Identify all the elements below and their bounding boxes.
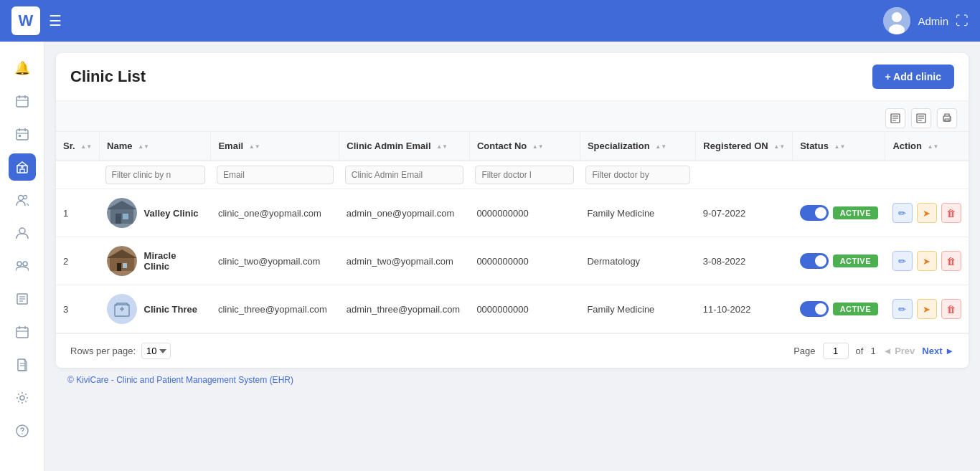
col-contact-no[interactable]: Contact No ▲▼ <box>469 132 580 161</box>
clinic-list-card: Clinic List + Add clinic Sr. ▲▼ Name ▲▼ <box>56 53 969 368</box>
col-sr[interactable]: Sr. ▲▼ <box>56 132 100 161</box>
col-action[interactable]: Action ▲▼ <box>885 132 969 161</box>
table-row: 2 Miracle Clinic clinic_two@yopmail.com … <box>56 237 969 285</box>
sidebar-item-notification[interactable]: 🔔 <box>9 54 36 82</box>
admin-name-label: Admin <box>918 15 948 27</box>
status-toggle-3[interactable] <box>800 301 829 317</box>
cell-contact-3: 0000000000 <box>469 285 580 333</box>
svg-point-18 <box>17 262 22 266</box>
topbar-logo: W <box>11 6 40 35</box>
footer: © KiviCare - Clinic and Patient Manageme… <box>56 368 969 385</box>
cell-action-1: ✏ ➤ 🗑 <box>885 189 969 237</box>
clinic-image-3 <box>107 294 137 324</box>
table-row: 3 Clinic Three clinic_three@yopmail.com … <box>56 285 969 333</box>
cell-registered-2: 3-08-2022 <box>696 237 793 285</box>
clinic-image-2 <box>107 246 137 276</box>
svg-rect-7 <box>17 130 28 140</box>
rows-per-page-select[interactable]: 10 25 50 <box>141 343 171 359</box>
clinic-table: Sr. ▲▼ Name ▲▼ Email ▲▼ Clinic Admin Ema… <box>56 132 969 333</box>
svg-point-33 <box>22 433 23 434</box>
col-name[interactable]: Name ▲▼ <box>100 132 211 161</box>
filter-row <box>56 161 969 189</box>
edit-button-2[interactable]: ✏ <box>892 251 913 271</box>
filter-sr <box>56 161 100 189</box>
sidebar-item-clinic[interactable] <box>9 153 36 181</box>
filter-name-cell <box>100 161 211 189</box>
edit-button-1[interactable]: ✏ <box>892 203 913 223</box>
sidebar-item-calendar2[interactable] <box>9 120 36 148</box>
menu-toggle-icon[interactable]: ☰ <box>49 12 62 29</box>
col-specialization[interactable]: Specialization ▲▼ <box>580 132 695 161</box>
add-clinic-button[interactable]: + Add clinic <box>872 65 954 89</box>
page-label: Page <box>793 346 815 356</box>
cell-action-2: ✏ ➤ 🗑 <box>885 237 969 285</box>
svg-point-19 <box>23 262 27 266</box>
share-button-1[interactable]: ➤ <box>917 203 937 223</box>
cell-name-2: Miracle Clinic <box>100 237 211 285</box>
sidebar-item-calendar3[interactable] <box>9 318 36 346</box>
svg-rect-11 <box>19 135 21 137</box>
export-csv-icon[interactable] <box>885 108 905 128</box>
svg-rect-3 <box>17 97 28 107</box>
svg-rect-51 <box>110 257 134 271</box>
col-status[interactable]: Status ▲▼ <box>793 132 885 161</box>
filter-clinic-admin-email-input[interactable] <box>345 166 464 184</box>
delete-button-2[interactable]: 🗑 <box>941 251 961 271</box>
filter-specialization-input[interactable] <box>585 166 689 184</box>
rows-per-page-label: Rows per page: <box>70 346 136 356</box>
cell-specialization-1: Family Medicine <box>580 189 695 237</box>
clinic-name-1: Valley Clinic <box>144 208 199 219</box>
cell-contact-1: 0000000000 <box>469 189 580 237</box>
filter-email-cell <box>211 161 339 189</box>
svg-rect-24 <box>17 328 28 338</box>
cell-admin-email-3: admin_three@yopmail.com <box>339 285 470 333</box>
page-number-input[interactable] <box>823 343 849 359</box>
next-button[interactable]: Next ► <box>922 346 954 356</box>
edit-button-3[interactable]: ✏ <box>892 299 913 319</box>
cell-email-2: clinic_two@yopmail.com <box>211 237 339 285</box>
sidebar-item-users[interactable] <box>9 186 36 214</box>
export-xls-icon[interactable] <box>911 108 931 128</box>
sidebar: 🔔 <box>0 0 44 471</box>
filter-contact-input[interactable] <box>475 166 574 184</box>
filter-name-input[interactable] <box>105 166 205 184</box>
avatar-image <box>883 7 910 34</box>
delete-button-3[interactable]: 🗑 <box>941 299 961 319</box>
delete-button-1[interactable]: 🗑 <box>941 203 961 223</box>
cell-sr-1: 1 <box>56 189 100 237</box>
filter-action-cell <box>885 161 969 189</box>
share-button-3[interactable]: ➤ <box>917 299 937 319</box>
status-toggle-1[interactable] <box>800 205 829 221</box>
sidebar-item-document[interactable] <box>9 351 36 379</box>
cell-email-1: clinic_one@yopmail.com <box>211 189 339 237</box>
share-button-2[interactable]: ➤ <box>917 251 937 271</box>
svg-rect-28 <box>18 359 25 371</box>
prev-button[interactable]: ◄ ◄ PrevPrev <box>883 346 915 356</box>
filter-specialization-cell <box>580 161 695 189</box>
svg-rect-43 <box>945 119 949 121</box>
footer-text: © KiviCare - Clinic and Patient Manageme… <box>67 375 293 385</box>
topbar-left: W ☰ <box>11 6 62 35</box>
col-registered-on[interactable]: Registered ON ▲▼ <box>696 132 793 161</box>
clinic-name-2: Miracle Clinic <box>144 250 204 272</box>
sidebar-item-user[interactable] <box>9 219 36 247</box>
total-pages: 1 <box>870 346 875 356</box>
sidebar-item-settings[interactable] <box>9 384 36 411</box>
print-icon[interactable] <box>937 108 957 128</box>
cell-specialization-2: Dermatology <box>580 237 695 285</box>
sidebar-item-list[interactable] <box>9 285 36 313</box>
sidebar-item-calendar[interactable] <box>9 87 36 115</box>
status-toggle-2[interactable] <box>800 253 829 269</box>
sidebar-item-help[interactable] <box>9 417 36 444</box>
filter-email-input[interactable] <box>217 166 334 184</box>
cell-sr-3: 3 <box>56 285 100 333</box>
svg-rect-47 <box>116 214 121 224</box>
col-email[interactable]: Email ▲▼ <box>211 132 339 161</box>
cell-sr-2: 2 <box>56 237 100 285</box>
expand-icon[interactable]: ⛶ <box>956 14 969 29</box>
clinic-name-3: Clinic Three <box>144 304 197 315</box>
col-clinic-admin-email[interactable]: Clinic Admin Email ▲▼ <box>339 132 470 161</box>
sidebar-item-group[interactable] <box>9 252 36 280</box>
table-row: 1 Valley Clinic clinic_one@yopmail.com a… <box>56 189 969 237</box>
filter-status-cell <box>793 161 885 189</box>
